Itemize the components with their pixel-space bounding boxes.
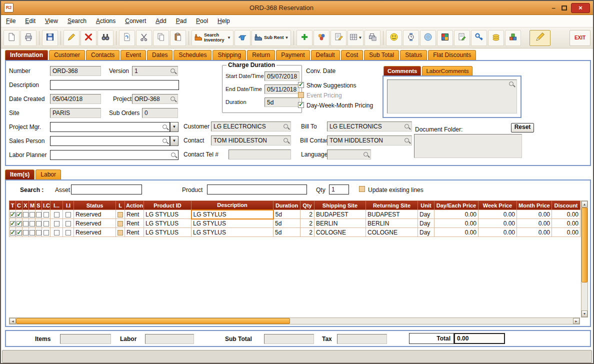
tab-return[interactable]: Return [247, 50, 275, 60]
tab-dates[interactable]: Dates [147, 50, 172, 60]
cell-week_price[interactable]: 0.00 [478, 228, 517, 237]
chevron-down-icon[interactable]: ▼ [284, 36, 288, 40]
column-header[interactable]: Shipping Site [314, 201, 366, 210]
tab-schedules[interactable]: Schedules [174, 50, 212, 60]
cell-i1[interactable] [50, 228, 63, 237]
scroll-up-button[interactable]: ▲ [582, 201, 588, 208]
cell-month_price[interactable]: 0.00 [517, 219, 552, 228]
print-button[interactable] [20, 30, 36, 46]
cell-duration[interactable]: 5d [274, 210, 300, 219]
cell-week_price[interactable]: 0.00 [478, 219, 517, 228]
scroll-down-button[interactable]: ▼ [582, 310, 588, 317]
cell-t[interactable] [10, 210, 16, 219]
column-header[interactable]: Week Price [478, 201, 517, 210]
column-header[interactable]: Day/Each Price [434, 201, 478, 210]
search-inventory-button[interactable]: Search Inventory ▼ [192, 30, 234, 46]
table-row[interactable]: ReservedRentLG STYLUSLG STYLUS5d2COLOGNE… [10, 228, 580, 237]
cell-unit[interactable]: Day [418, 219, 434, 228]
column-header[interactable]: Description [192, 201, 274, 210]
tab-information[interactable]: Information [5, 50, 48, 60]
cell-description[interactable]: LG STYLUS [192, 228, 274, 237]
sales-person-field[interactable] [50, 136, 170, 146]
horizontal-scroll-thumb[interactable] [16, 318, 290, 324]
number-field[interactable]: ORD-368 [50, 66, 101, 76]
menu-convert[interactable]: Convert [125, 18, 146, 24]
cell-discount[interactable]: 0.00 [552, 210, 580, 219]
chevron-down-icon[interactable]: ▼ [227, 36, 231, 40]
cell-description[interactable]: LG STYLUS [192, 219, 274, 228]
duration-field[interactable]: 5d [264, 98, 300, 107]
menu-search[interactable]: Search [68, 18, 86, 24]
cell-c[interactable] [16, 228, 22, 237]
project-field[interactable]: ORD-368 [132, 94, 178, 104]
sales-person-dropdown[interactable]: ▼ [170, 136, 178, 146]
cell-shipping_site[interactable]: BERLIN [314, 219, 366, 228]
find-button[interactable] [98, 30, 114, 46]
comments-tab-comments[interactable]: Comments [384, 66, 421, 76]
add-line-button[interactable] [296, 30, 312, 46]
fill-button[interactable] [234, 30, 250, 46]
cell-shipping_site[interactable]: COLOGNE [314, 228, 366, 237]
scroll-right-button[interactable]: ► [573, 318, 580, 324]
labor-planner-lookup-icon[interactable] [170, 152, 177, 158]
column-header[interactable]: S [36, 201, 42, 210]
end-date-field[interactable]: 05/11/2018 [264, 84, 300, 94]
cell-month_price[interactable]: 0.00 [517, 228, 552, 237]
update-lines-checkbox[interactable] [359, 186, 365, 192]
tab-contacts[interactable]: Contacts [86, 50, 120, 60]
bill-to-lookup-icon[interactable] [404, 124, 410, 130]
group-button[interactable] [314, 30, 330, 46]
column-header[interactable]: Status [74, 201, 116, 210]
cell-shipping_site[interactable]: BUDAPEST [314, 210, 366, 219]
project-mgr-lookup-icon[interactable] [162, 124, 168, 130]
contact-tel-field[interactable] [228, 150, 291, 160]
contact-field[interactable]: TOM HIDDLESTON [211, 136, 291, 146]
tab-payment[interactable]: Payment [276, 50, 310, 60]
tab-shipping[interactable]: Shipping [212, 50, 246, 60]
menu-file[interactable]: File [6, 18, 16, 24]
column-header[interactable]: Discount [552, 201, 580, 210]
column-header[interactable]: I.C [42, 201, 50, 210]
cell-discount[interactable]: 0.00 [552, 228, 580, 237]
qty-input[interactable]: 1 [329, 184, 349, 194]
cell-status[interactable]: Reserved [74, 228, 116, 237]
cell-discount[interactable]: 0.00 [552, 219, 580, 228]
cell-x[interactable] [22, 228, 29, 237]
document-folder-area[interactable] [414, 134, 522, 158]
cell-c[interactable] [16, 210, 22, 219]
chevron-down-icon[interactable]: ▼ [358, 36, 362, 40]
customer-field[interactable]: LG ELECTRONICS [211, 122, 291, 132]
horizontal-scrollbar[interactable]: ◄ ► [9, 318, 580, 324]
cell-duration[interactable]: 5d [274, 219, 300, 228]
event-pricing-checkbox[interactable] [298, 92, 304, 98]
cell-day_price[interactable]: 0.00 [434, 228, 478, 237]
sub-rent-button[interactable]: Sub Rent ▼ [252, 30, 291, 46]
start-date-field[interactable]: 05/07/2018 [264, 72, 300, 81]
column-header[interactable]: Duration [274, 201, 300, 210]
close-button[interactable]: × [571, 3, 590, 13]
cell-ic[interactable] [42, 228, 50, 237]
cell-action[interactable]: Rent [125, 219, 144, 228]
column-header[interactable]: I... [50, 201, 63, 210]
menu-help[interactable]: Help [218, 18, 230, 24]
asset-input[interactable] [71, 184, 142, 194]
contact-lookup-icon[interactable] [283, 138, 290, 144]
cell-qty[interactable]: 2 [300, 219, 314, 228]
language-field[interactable] [327, 150, 371, 160]
cell-description[interactable]: LG STYLUS [192, 210, 274, 219]
description-field[interactable] [50, 80, 179, 90]
bill-contact-field[interactable]: TOM HIDDLESTON [327, 136, 412, 146]
tab-cost[interactable]: Cost [341, 50, 364, 60]
language-lookup-icon[interactable] [363, 152, 370, 158]
cell-unit[interactable]: Day [418, 228, 434, 237]
cell-s[interactable] [36, 219, 42, 228]
column-header[interactable]: I.I [63, 201, 74, 210]
cell-x[interactable] [22, 210, 29, 219]
convert-document-button[interactable] [119, 30, 135, 46]
column-header[interactable]: T [10, 201, 16, 210]
show-suggestions-checkbox[interactable] [298, 82, 304, 88]
column-header[interactable]: C [16, 201, 22, 210]
cell-i1[interactable] [50, 210, 63, 219]
version-field[interactable]: 1 [132, 66, 178, 76]
site-field[interactable]: PARIS [50, 108, 101, 118]
